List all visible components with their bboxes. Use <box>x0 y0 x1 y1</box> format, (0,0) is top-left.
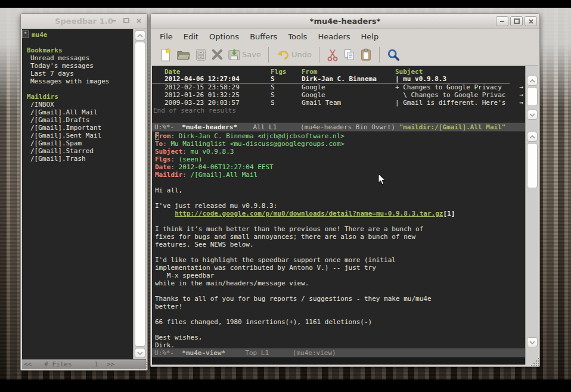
save-button[interactable]: Save <box>228 48 261 61</box>
menu-headers[interactable]: Headers <box>312 30 355 43</box>
undo-button[interactable]: Undo <box>276 49 312 61</box>
scrollbar-thumb[interactable] <box>527 143 538 188</box>
body-line: features. See NEWS below. <box>155 241 525 248</box>
copy-icon <box>343 48 356 61</box>
modeline-state: U:%*- <box>154 123 182 131</box>
menu-options[interactable]: Options <box>204 30 244 43</box>
modeline-modes[interactable]: (mu4e:view) <box>293 349 336 357</box>
scroll-up-icon[interactable] <box>527 76 538 86</box>
dired-button[interactable] <box>195 48 207 61</box>
body-line: Thanks to all of you for bug reports / s… <box>155 295 525 303</box>
header-row[interactable]: 2012-01-26 01:32:25SGoogle \ Changes to … <box>152 91 525 99</box>
speedbar-root-mu4e[interactable]: mu4e <box>22 31 133 39</box>
speedbar-item[interactable]: /[Gmail].Sent Mail <box>22 132 133 139</box>
blank-line <box>155 194 525 202</box>
headers-scrollbar[interactable] <box>526 66 538 121</box>
speedbar-item[interactable]: /INBOX <box>22 101 133 108</box>
speedbar-item[interactable]: /[Gmail].Drafts <box>22 116 133 124</box>
search-button[interactable] <box>387 48 400 61</box>
close-icon[interactable] <box>135 17 142 24</box>
header-row[interactable]: 2009-03-23 20:03:57SGmail Team| Gmail is… <box>152 99 525 107</box>
maximize-icon[interactable] <box>510 16 523 26</box>
cell-subject: | Gmail is different. Here's <box>395 99 525 107</box>
scrollbar-thumb[interactable] <box>135 42 145 347</box>
undo-icon <box>276 49 290 61</box>
cut-button[interactable] <box>327 48 339 61</box>
statusbar-files-label[interactable]: # Files <box>44 360 72 369</box>
window-title: *mu4e-headers* <box>310 17 381 26</box>
open-file-button[interactable] <box>176 48 191 61</box>
cell-from: Gmail Team <box>302 99 395 107</box>
speedbar-section-maildirs: Maildirs <box>22 93 133 101</box>
paste-button[interactable] <box>360 48 372 61</box>
echo-area[interactable] <box>152 357 525 365</box>
close-x-icon <box>211 48 224 61</box>
emacs-titlebar[interactable]: *mu4e-headers* <box>151 14 539 29</box>
menu-tools[interactable]: Tools <box>283 30 312 43</box>
speedbar-item[interactable]: /[Gmail].All Mail <box>22 108 133 116</box>
speedbar-item[interactable]: Messages with images <box>22 77 133 85</box>
header-row[interactable]: 2012-04-06 12:27:04SDirk-Jan C. Binnema|… <box>152 76 510 83</box>
speedbar-item[interactable]: Today's messages <box>22 62 133 70</box>
minimize-icon[interactable] <box>496 16 508 26</box>
blank-line <box>155 310 525 318</box>
scroll-down-icon[interactable] <box>135 348 145 358</box>
field-label: Date <box>155 163 171 171</box>
speedbar-item[interactable]: Unread messages <box>22 54 133 62</box>
modeline-buffer-name[interactable]: *mu4e-headers* <box>182 123 237 131</box>
message-link[interactable]: http://code.google.com/p/mu0/downloads/d… <box>175 210 443 217</box>
body-line: I think it's much better than the previo… <box>155 225 525 233</box>
new-file-button[interactable] <box>159 48 172 62</box>
scroll-up-icon[interactable] <box>527 132 538 142</box>
link-indent <box>155 210 175 217</box>
column-header-subject[interactable]: Subject <box>395 68 525 76</box>
header-row[interactable]: 2012-02-15 23:58:29SGoogle+ Changes to G… <box>152 83 525 91</box>
blank-line <box>155 248 525 256</box>
scroll-down-icon[interactable] <box>527 110 538 120</box>
speedbar-scrollbar[interactable] <box>133 29 146 359</box>
scroll-up-icon[interactable] <box>135 30 145 41</box>
toolbar-separator <box>319 47 319 63</box>
minimize-icon[interactable] <box>110 17 117 24</box>
scrollbar-thumb[interactable] <box>527 87 538 106</box>
menu-edit[interactable]: Edit <box>178 30 204 43</box>
modeline-buffer-name[interactable]: *mu4e-view* <box>182 349 225 357</box>
speedbar-item[interactable]: /[Gmail].Trash <box>22 155 133 163</box>
column-header-flgs[interactable]: Flgs <box>271 68 302 76</box>
emacs-scrollbar-column <box>525 66 538 365</box>
modeline-modes[interactable]: (mu4e-headers Bin Ovwrt) <box>300 123 399 131</box>
open-folder-icon <box>176 48 191 61</box>
field-label: Flgs <box>155 155 171 163</box>
cell-flags: S <box>271 99 302 107</box>
undo-label: Undo <box>291 50 312 59</box>
statusbar-prev-button[interactable]: << <box>24 360 32 369</box>
modeline-state: U:%*- <box>154 349 182 357</box>
speedbar-item[interactable]: /[Gmail].Important <box>22 124 133 132</box>
speedbar-item[interactable]: /[Gmail].Starred <box>22 147 133 155</box>
cut-scissors-icon <box>327 48 339 61</box>
modeline-position: Top L1 <box>225 349 293 357</box>
speedbar-section-bookmarks: Bookmarks <box>22 46 133 54</box>
emacs-window: *mu4e-headers* FileEditOptionsBuffersToo… <box>150 13 540 367</box>
cell-date: 2012-01-26 01:32:25 <box>152 91 271 99</box>
body-line: Best wishes, <box>155 334 525 341</box>
statusbar-next-button[interactable]: >> <box>107 360 114 369</box>
view-scrollbar[interactable] <box>526 130 538 349</box>
blank-line <box>155 287 525 295</box>
speedbar-item[interactable]: /[Gmail].Spam <box>22 139 133 147</box>
scroll-down-icon[interactable] <box>527 337 538 347</box>
speedbar-titlebar[interactable]: Speedbar 1.0 <box>21 14 147 29</box>
close-buffer-button[interactable] <box>211 48 224 61</box>
field-value: Mu Mailinglist <mu-discuss@googlegroups.… <box>167 140 345 148</box>
menu-buffers[interactable]: Buffers <box>244 30 283 43</box>
menu-file[interactable]: File <box>154 30 178 43</box>
copy-button[interactable] <box>343 48 356 61</box>
speedbar-item[interactable]: Last 7 days <box>22 70 133 77</box>
speedbar-window: Speedbar 1.0 * mu4eBookmarksUnread messa… <box>20 13 148 371</box>
message-field-flgs: Flgs: (seen) <box>155 155 525 163</box>
body-line: while in the main/headers/message view. <box>155 279 525 287</box>
close-icon[interactable] <box>525 16 537 26</box>
maximize-icon[interactable] <box>123 17 130 24</box>
statusbar-files-count: 1 <box>95 360 99 369</box>
menu-help[interactable]: Help <box>356 30 384 43</box>
